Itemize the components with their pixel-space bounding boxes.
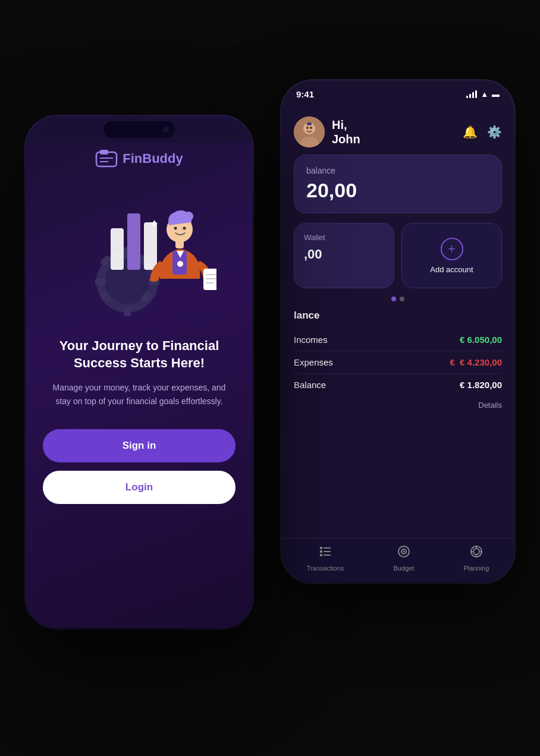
- svg-rect-10: [324, 551, 331, 552]
- nav-budget[interactable]: Budget: [393, 544, 414, 572]
- logo-text: FinBuddy: [123, 151, 183, 166]
- svg-point-14: [403, 551, 404, 553]
- pagination-dots: [294, 297, 502, 301]
- balance-section-title: lance: [294, 310, 502, 322]
- status-icons: ▲ ▬: [466, 90, 500, 99]
- svg-point-41: [174, 227, 177, 230]
- svg-rect-7: [320, 550, 322, 553]
- notification-icon[interactable]: 🔔: [463, 125, 478, 139]
- svg-rect-11: [324, 555, 331, 556]
- tagline: Your Journey to Financial Success Starts…: [43, 338, 236, 371]
- wallet-card[interactable]: Wallet ,00: [294, 223, 394, 288]
- logo: FinBuddy: [95, 149, 183, 169]
- phone-onboarding: FinBuddy: [26, 116, 252, 628]
- greeting: Hi, John: [332, 118, 463, 146]
- signin-button[interactable]: Sign in: [43, 429, 236, 462]
- status-time: 9:41: [296, 89, 314, 99]
- svg-point-19: [470, 551, 472, 553]
- nav-planning[interactable]: Planning: [464, 544, 489, 572]
- bottom-nav: Transactions Budget: [282, 538, 514, 582]
- illustration: ✦: [62, 181, 216, 323]
- svg-rect-43: [175, 240, 184, 248]
- wallet-amount: ,00: [304, 247, 384, 262]
- add-account-icon: +: [441, 238, 463, 260]
- income-row: Incomes € 6.050,00: [294, 329, 502, 351]
- svg-rect-35: [111, 228, 124, 270]
- balance-label: balance: [306, 166, 489, 175]
- dashboard-header: Hi, John 🔔 ⚙️: [294, 107, 502, 155]
- details-link[interactable]: Details: [294, 401, 502, 410]
- dot-1: [391, 297, 396, 301]
- svg-point-17: [475, 546, 477, 548]
- svg-point-20: [480, 551, 482, 553]
- svg-rect-28: [124, 305, 131, 316]
- header-action-icons: 🔔 ⚙️: [463, 125, 502, 139]
- income-label: Incomes: [294, 335, 328, 345]
- income-value: € 6.050,00: [460, 335, 502, 345]
- status-bar: 9:41 ▲ ▬: [282, 81, 514, 107]
- svg-point-15: [471, 546, 482, 557]
- svg-text:✦: ✦: [150, 218, 159, 229]
- pill-notch: [103, 121, 175, 138]
- transactions-icon: [318, 544, 332, 562]
- svg-point-3: [306, 127, 309, 129]
- accounts-row: Wallet ,00 + Add account: [294, 223, 502, 288]
- onboarding-screen: FinBuddy: [26, 143, 252, 504]
- svg-rect-22: [100, 150, 108, 155]
- svg-rect-29: [95, 278, 106, 285]
- add-account-card[interactable]: + Add account: [401, 223, 502, 288]
- logo-icon: [95, 149, 118, 169]
- svg-rect-8: [320, 554, 322, 556]
- subtitle: Manage your money, track your expenses, …: [43, 381, 236, 408]
- wifi-icon: ▲: [481, 90, 488, 99]
- add-account-label: Add account: [430, 265, 473, 274]
- battery-icon: ▬: [492, 90, 500, 99]
- notch-area: [26, 116, 252, 143]
- expense-label: Expenses: [294, 357, 333, 367]
- balance-row-value: € 1.820,00: [460, 380, 502, 390]
- svg-rect-36: [127, 213, 140, 270]
- total-balance-card: balance 20,00: [294, 155, 502, 213]
- scene: 9:41 ▲ ▬: [14, 21, 526, 735]
- nav-budget-label: Budget: [393, 565, 414, 572]
- expense-value: € € 4.230,00: [450, 357, 502, 367]
- budget-icon: [397, 544, 411, 562]
- wallet-label: Wallet: [304, 233, 384, 242]
- balance-amount: 20,00: [306, 179, 489, 202]
- planning-icon: [469, 544, 484, 562]
- expense-row: Expenses € € 4.230,00: [294, 351, 502, 374]
- dashboard-screen: Hi, John 🔔 ⚙️ balance 20,00 Wa: [282, 107, 514, 582]
- nav-transactions[interactable]: Transactions: [307, 544, 344, 572]
- svg-rect-6: [320, 547, 322, 549]
- dot-2: [400, 297, 404, 301]
- svg-rect-5: [307, 122, 312, 125]
- svg-point-42: [183, 227, 186, 230]
- camera-dot: [163, 127, 169, 133]
- svg-rect-9: [324, 547, 331, 549]
- balance-row: Balance € 1.820,00: [294, 374, 502, 396]
- svg-point-16: [473, 549, 479, 555]
- avatar: [294, 116, 325, 147]
- nav-planning-label: Planning: [464, 565, 489, 572]
- svg-point-49: [177, 261, 183, 267]
- phone-dashboard: 9:41 ▲ ▬: [282, 81, 514, 582]
- greeting-text: Hi, John: [332, 118, 463, 146]
- svg-rect-37: [144, 222, 157, 270]
- svg-point-4: [310, 127, 312, 129]
- balance-row-label: Balance: [294, 380, 326, 390]
- signal-icon: [466, 90, 477, 98]
- login-button[interactable]: Login: [43, 471, 236, 504]
- balance-table: Incomes € 6.050,00 Expenses € € 4.230,00…: [294, 329, 502, 396]
- svg-point-18: [475, 556, 477, 557]
- settings-icon[interactable]: ⚙️: [487, 125, 502, 139]
- nav-transactions-label: Transactions: [307, 565, 344, 572]
